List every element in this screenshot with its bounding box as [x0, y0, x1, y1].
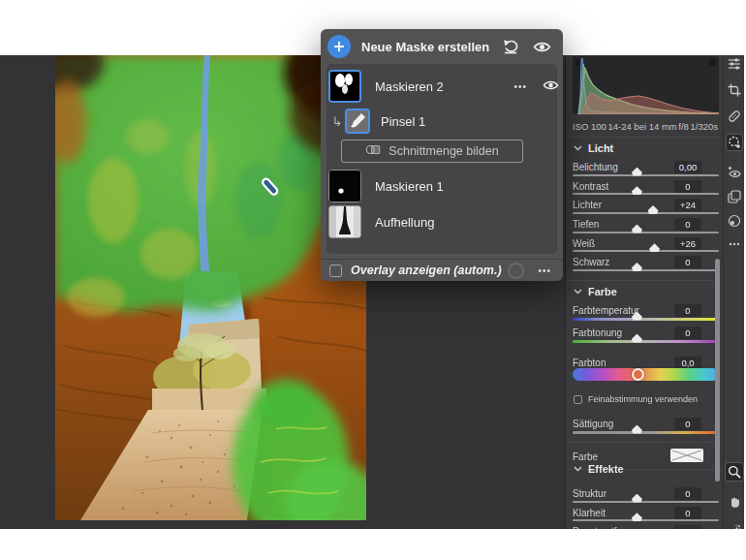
slider-track[interactable]	[573, 232, 719, 233]
slider-knob[interactable]	[632, 494, 642, 503]
edit-panel: ISO 100 14-24 bei 14 mm f/8 1/320s Licht…	[565, 55, 723, 529]
slider-knob[interactable]	[648, 205, 659, 214]
slider-knob[interactable]	[632, 263, 642, 271]
presets-button[interactable]	[726, 188, 743, 205]
crop-tool-button[interactable]	[726, 81, 743, 99]
slider-knob[interactable]	[632, 168, 642, 176]
healing-tool-button[interactable]	[726, 108, 743, 125]
slider-track[interactable]	[573, 250, 719, 252]
hue-handle[interactable]	[632, 368, 644, 381]
overlay-checkbox[interactable]	[329, 264, 342, 277]
overlay-color-indicator[interactable]	[508, 263, 524, 279]
slider-knob[interactable]	[632, 513, 642, 521]
create-mask-button[interactable]	[327, 35, 351, 58]
saturation-slider[interactable]	[573, 431, 719, 434]
iso-value: ISO 100	[573, 121, 606, 132]
mask-thumbnail[interactable]	[328, 70, 361, 103]
slider-value[interactable]: 0	[674, 304, 701, 317]
slider-knob[interactable]	[649, 243, 660, 252]
mask-list: Maskieren 2 ••• ↳ Pinsel 1	[326, 64, 557, 254]
brush-component-thumbnail[interactable]	[345, 109, 370, 134]
zoom-tool-button[interactable]	[725, 462, 744, 482]
hand-tool-button[interactable]	[726, 493, 743, 511]
capture-metadata: ISO 100 14-24 bei 14 mm f/8 1/320s	[573, 116, 718, 136]
lens-blur-button[interactable]	[726, 212, 743, 230]
slider-knob[interactable]	[632, 334, 642, 343]
mask-panel-footer: Overlay anzeigen (autom.) •••	[321, 259, 563, 281]
mask-thumbnail[interactable]	[328, 205, 361, 238]
effects-sliders: Struktur0Klarheit0Dunst entfernen0	[566, 487, 723, 529]
mask-item-pinsel-1[interactable]: ↳ Pinsel 1	[326, 109, 561, 134]
sub-level-arrow-icon: ↳	[330, 114, 344, 129]
slider-value[interactable]: +26	[674, 237, 701, 250]
local-adjust-button[interactable]	[726, 522, 743, 529]
plus-icon	[333, 41, 345, 52]
slider-label: Schwarz	[573, 257, 609, 267]
hand-icon	[728, 495, 741, 509]
slider-row-kontrast: Kontrast0	[566, 180, 723, 200]
slider-label: Farbton	[573, 358, 606, 368]
fine-tune-checkbox[interactable]	[574, 395, 582, 404]
magnifier-icon	[728, 465, 741, 479]
section-farbe: Farbe Farbtemperatur 0 Farbtonung 0 Farb…	[566, 284, 723, 470]
slider-knob[interactable]	[632, 225, 642, 233]
slider-track[interactable]	[573, 193, 719, 195]
slider-track[interactable]	[573, 269, 719, 271]
section-header-farbe[interactable]: Farbe	[566, 284, 723, 299]
slider-value[interactable]: 0,00	[674, 161, 701, 173]
hue-slider[interactable]	[573, 368, 719, 381]
mask-item-maskieren-1[interactable]: Maskieren 1	[326, 170, 559, 202]
light-sliders: Belichtung0,00Kontrast0Lichter+24Tiefen0…	[566, 161, 723, 275]
red-eye-icon	[728, 166, 741, 179]
shutter-value: 1/320s	[690, 121, 718, 132]
mask-item-aufhellung[interactable]: Aufhellung	[326, 205, 559, 238]
histogram-curves	[573, 56, 719, 114]
mask-thumbnail[interactable]	[328, 170, 361, 202]
masking-tool-button[interactable]	[726, 134, 743, 151]
slider-value[interactable]: +24	[674, 199, 701, 211]
slider-track[interactable]	[573, 174, 719, 176]
tint-slider[interactable]	[573, 340, 719, 343]
eye-icon[interactable]	[530, 37, 553, 56]
undo-icon[interactable]	[499, 37, 522, 56]
photo-canvas[interactable]	[55, 55, 366, 520]
tool-strip	[723, 55, 744, 529]
redeye-tool-button[interactable]	[726, 164, 743, 181]
more-dots-icon	[728, 237, 741, 251]
slider-value[interactable]: 0	[674, 327, 701, 339]
wand-icon	[728, 524, 741, 529]
histogram[interactable]	[573, 56, 719, 114]
more-tools-button[interactable]	[726, 235, 743, 253]
section-header-licht[interactable]: Licht	[566, 140, 723, 156]
more-options-icon[interactable]: •••	[513, 81, 527, 92]
slider-row-dunst-entfernen: Dunst entfernen0	[566, 525, 723, 529]
slider-knob[interactable]	[632, 425, 642, 434]
slider-value[interactable]: 0	[674, 418, 701, 430]
slider-row-farbton: Farbton 0,0	[566, 357, 723, 368]
slider-value[interactable]: 0	[674, 507, 701, 519]
color-swatch[interactable]	[670, 449, 703, 462]
mask-item-maskieren-2[interactable]: Maskieren 2 •••	[326, 70, 569, 103]
slider-value[interactable]: 0	[674, 218, 701, 231]
slider-value[interactable]: 0	[674, 256, 701, 268]
edit-tool-button[interactable]	[726, 55, 743, 73]
section-header-effekte[interactable]: Effekte	[566, 461, 723, 477]
eye-icon[interactable]	[543, 78, 559, 95]
more-options-icon[interactable]: •••	[538, 265, 551, 276]
intersect-button[interactable]: Schnittmenge bilden	[341, 140, 523, 163]
slider-value[interactable]: 0	[674, 487, 701, 500]
slider-track[interactable]	[573, 212, 719, 214]
canyon-photo-art	[55, 55, 366, 520]
mask-panel-title: Neue Maske erstellen	[361, 40, 499, 54]
slider-value[interactable]: 0	[674, 180, 701, 193]
slider-track[interactable]	[573, 501, 719, 503]
slider-row-belichtung: Belichtung0,00	[566, 161, 723, 180]
lens-value: 14-24 bei 14 mm	[607, 121, 676, 132]
slider-knob[interactable]	[632, 186, 642, 195]
panel-scrollbar[interactable]	[715, 259, 720, 482]
slider-value[interactable]: 0	[674, 525, 701, 529]
section-title: Effekte	[588, 463, 624, 475]
temperature-slider[interactable]	[573, 318, 719, 321]
screenshot-stage: ISO 100 14-24 bei 14 mm f/8 1/320s Licht…	[0, 0, 746, 560]
slider-track[interactable]	[573, 519, 719, 521]
